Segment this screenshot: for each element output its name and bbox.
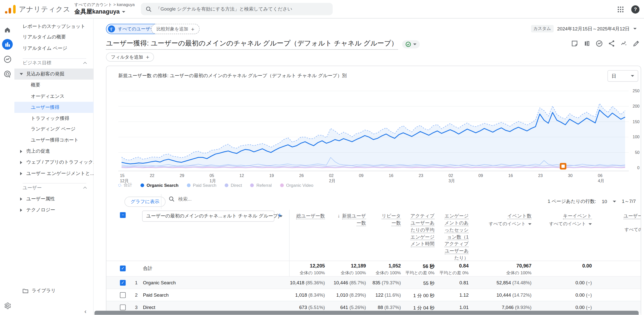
row-value: 10,446 (85.7%) <box>323 280 366 285</box>
expand-arrow-icon[interactable] <box>20 208 22 212</box>
report-card: 新規ユーザー数 の推移: ユーザーの最初のメインのチャネル グループ（デフォルト… <box>106 66 641 315</box>
legend-item-Direct[interactable]: Direct <box>225 183 242 188</box>
admin-gear-icon[interactable] <box>2 300 13 311</box>
sidebar-item-概要[interactable]: 概要 <box>14 80 94 91</box>
sidebar-item-レポートのスナップショット[interactable]: レポートのスナップショット <box>14 21 94 32</box>
insights-sparkline-icon[interactable] <box>620 40 627 47</box>
horizontal-scrollbar[interactable] <box>95 311 639 315</box>
note-icon[interactable] <box>571 40 578 47</box>
sidebar-item-オーディエンス[interactable]: オーディエンス <box>14 91 94 102</box>
sidebar-item-label: 概要 <box>31 82 40 88</box>
table-row[interactable]: 2Paid Search1,018 (8.34%)1,010 (8.29%)12… <box>106 289 641 301</box>
dimension-dropdown[interactable]: ユーザーの最初のメインのチャネ...ォルト チャネル グループ) <box>142 211 274 222</box>
date-range-type-badge: カスタム <box>531 25 553 32</box>
expand-arrow-icon[interactable] <box>20 161 22 164</box>
google-analytics-logo[interactable] <box>5 5 16 14</box>
sidebar-item-ユーザー属性[interactable]: ユーザー属性 <box>14 193 94 204</box>
date-range-picker[interactable]: カスタム 2024年12月15日～2025年4月12日 <box>531 25 636 32</box>
table-search[interactable] <box>169 196 269 202</box>
chevron-up-icon[interactable] <box>83 62 87 65</box>
sidebar-item-リアルタイム ページ[interactable]: リアルタイム ページ <box>14 43 94 54</box>
row-rank: 2 <box>133 293 138 298</box>
sidebar-item-ランディング ページ[interactable]: ランディング ページ <box>14 123 94 134</box>
advertising-icon[interactable] <box>2 69 13 79</box>
expand-arrow-icon[interactable] <box>20 150 22 153</box>
sidebar-item-テクノロジー[interactable]: テクノロジー <box>14 204 94 215</box>
legend-item-Referral[interactable]: Referral <box>250 183 272 188</box>
property-switcher[interactable]: 金具屋kanaguya <box>74 8 126 16</box>
x-axis-tick-label: 051月 <box>210 173 228 183</box>
select-all-checkbox[interactable]: − <box>120 212 126 218</box>
line-chart[interactable] <box>118 87 629 170</box>
table-search-input[interactable] <box>178 197 269 202</box>
row-checkbox[interactable] <box>120 304 126 310</box>
explore-insights-icon[interactable] <box>595 40 603 47</box>
table-row[interactable]: ✓1Organic Search10,418 (85.36%)10,446 (8… <box>106 276 641 289</box>
add-comparison-chip[interactable]: 比較対象を追加 + <box>151 24 200 34</box>
home-icon[interactable] <box>2 25 13 35</box>
legend-item-Organic Search[interactable]: Organic Search <box>140 183 178 188</box>
chevron-up-icon[interactable] <box>83 187 87 190</box>
totals-checkbox[interactable]: ✓ <box>120 265 126 271</box>
row-checkbox[interactable]: ✓ <box>120 280 126 286</box>
help-icon[interactable]: ? <box>631 5 640 14</box>
plus-icon: + <box>191 26 194 32</box>
expand-arrow-icon[interactable] <box>20 197 22 200</box>
sidebar-item-ユーザー エンゲージメントと...[interactable]: ユーザー エンゲージメントと... <box>14 168 94 179</box>
x-axis-tick-label: 023月 <box>449 173 467 183</box>
chart-legend: 合計Organic SearchPaid SearchDirectReferra… <box>118 182 313 188</box>
column-header-アクティブ[interactable]: アクティブユーザーあたりの平均エンゲージメント時間 <box>398 213 435 248</box>
row-value: 1,018 (8.34%) <box>280 293 325 298</box>
property-name: 金具屋kanaguya <box>74 8 120 16</box>
sidebar-item-ユーザー獲得コホート[interactable]: ユーザー獲得コホート <box>14 135 94 146</box>
data-quality-badge[interactable] <box>402 40 420 49</box>
row-value: 641 (5.26%) <box>323 305 366 310</box>
breadcrumb[interactable]: すべてのアカウント > kanaguya <box>74 2 135 8</box>
add-filter-chip[interactable]: フィルタを追加 + <box>106 53 154 62</box>
edit-icon[interactable] <box>632 40 640 47</box>
sidebar-item-売上の促進[interactable]: 売上の促進 <box>14 146 94 157</box>
column-header-ユーザー キー[interactable]: ユーザー キーすべてのイベ: <box>592 213 641 233</box>
sidebar-item-library[interactable]: ライブラリ <box>14 285 94 296</box>
sort-desc-icon: ↓ <box>338 213 340 219</box>
row-checkbox[interactable] <box>120 292 126 298</box>
table-totals-row: ✓合計12,205全体の 100%12,189全体の 100%1,052全体の … <box>106 261 641 276</box>
column-header-新規ユーザ[interactable]: ↓新規ユーザー数 <box>323 213 366 227</box>
search-input[interactable] <box>156 7 328 12</box>
legend-item-合計[interactable]: 合計 <box>118 182 132 188</box>
row-channel-name: Organic Search <box>143 280 176 285</box>
divider <box>106 261 641 261</box>
legend-swatch <box>250 183 254 187</box>
global-search[interactable] <box>141 3 333 15</box>
column-header-キーイベント[interactable]: キーイベントすべてのイベント <box>530 213 592 227</box>
compare-columns-icon[interactable] <box>583 40 590 47</box>
totals-value: 70,967 <box>466 263 531 269</box>
chevron-down-icon <box>613 201 616 202</box>
sidebar-item-ユーザー[interactable]: ユーザー <box>14 182 94 193</box>
sidebar-item-ウェブ / アプリのトラフィック...[interactable]: ウェブ / アプリのトラフィック... <box>14 157 94 168</box>
sidebar-item-ビジネス目標[interactable]: ビジネス目標 <box>14 58 94 69</box>
column-header-イベント数[interactable]: イベント数すべてのイベント <box>466 213 531 227</box>
show-in-chart-button[interactable]: グラフに表示 <box>125 197 166 207</box>
column-header-リピータ[interactable]: リピーター数 <box>364 213 401 227</box>
expand-arrow-icon[interactable] <box>20 73 23 75</box>
sidebar-item-リアルタイムの概要[interactable]: リアルタイムの概要 <box>14 32 94 43</box>
legend-item-Paid Search[interactable]: Paid Search <box>187 183 216 188</box>
annotation-marker[interactable] <box>560 163 566 169</box>
explore-icon[interactable] <box>2 54 13 64</box>
segment-chip-avatar: す <box>108 25 115 32</box>
granularity-dropdown[interactable]: 日 <box>608 70 638 82</box>
rows-per-page-select[interactable]: 10 <box>602 199 616 204</box>
sidebar-item-トラフィック獲得[interactable]: トラフィック獲得 <box>14 113 94 124</box>
share-icon[interactable] <box>608 40 615 47</box>
apps-grid-icon[interactable] <box>616 5 625 14</box>
sidebar-item-ユーザー獲得[interactable]: ユーザー獲得 <box>14 102 94 113</box>
reports-icon[interactable] <box>2 39 13 50</box>
row-channel-name: Paid Search <box>143 293 169 298</box>
sidebar-collapse-button[interactable]: ‹ <box>80 306 91 315</box>
sidebar-item-見込み顧客の発掘[interactable]: 見込み顧客の発掘 <box>14 69 94 80</box>
legend-item-Organic Video[interactable]: Organic Video <box>280 183 313 188</box>
expand-arrow-icon[interactable] <box>20 172 22 175</box>
column-header-エンゲージ[interactable]: エンゲージメントのあったセッション数（1アクティブユーザーあたり） <box>432 213 469 262</box>
column-header-総ユーザー数[interactable]: 総ユーザー数 <box>280 213 325 220</box>
